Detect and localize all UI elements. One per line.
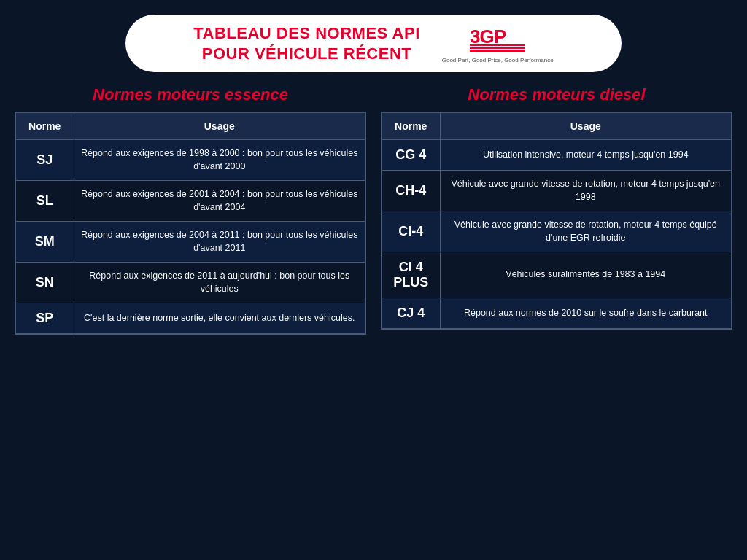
usage-cell: Répond aux exigences de 2004 à 2011 : bo… (74, 222, 365, 262)
essence-col-usage: Usage (74, 112, 365, 140)
essence-table: Norme Usage SJ Répond aux exigences de 1… (15, 112, 366, 335)
norme-cell: SN (15, 262, 74, 303)
diesel-section-title: Normes moteurs diesel (381, 85, 732, 104)
logo-3gp-text: 3GP EUROPE (468, 24, 527, 57)
norme-cell: CI-4 (382, 211, 440, 252)
table-row: CG 4 Utilisation intensive, moteur 4 tem… (382, 140, 732, 171)
usage-cell: Répond aux exigences de 1998 à 2000 : bo… (74, 140, 365, 181)
usage-cell: Utilisation intensive, moteur 4 temps ju… (440, 140, 732, 171)
header-title: TABLEAU DES NORMES API POUR VÉHICULE RÉC… (193, 23, 419, 63)
logo-tagline: Good Part, Good Price, Good Performance (442, 57, 554, 63)
usage-cell: Véhicule avec grande vitesse de rotation… (440, 211, 732, 252)
table-row: CI-4 Véhicule avec grande vitesse de rot… (382, 211, 732, 252)
essence-col-norme: Norme (15, 112, 74, 140)
tables-container: Normes moteurs essence Norme Usage SJ Ré… (15, 85, 732, 335)
table-row: CI 4 PLUS Véhicules suralimentés de 1983… (382, 252, 732, 298)
table-row: CH-4 Véhicule avec grande vitesse de rot… (382, 171, 732, 211)
logo: 3GP EUROPE Good Part, Good Price, Good P… (442, 24, 554, 63)
diesel-table: Norme Usage CG 4 Utilisation intensive, … (381, 112, 732, 330)
title-line2: POUR VÉHICULE RÉCENT (202, 44, 411, 63)
title-line1: TABLEAU DES NORMES API (193, 24, 419, 42)
svg-text:EUROPE: EUROPE (477, 51, 518, 52)
usage-cell: C'est la dernière norme sortie, elle con… (74, 303, 365, 335)
norme-cell: CI 4 PLUS (382, 252, 440, 298)
norme-cell: CG 4 (382, 140, 440, 171)
logo-svg: 3GP EUROPE (468, 24, 527, 52)
norme-cell: SL (15, 181, 74, 222)
diesel-section: Normes moteurs diesel Norme Usage CG 4 U… (381, 85, 732, 335)
table-row: SM Répond aux exigences de 2004 à 2011 :… (15, 222, 365, 262)
table-row: CJ 4 Répond aux normes de 2010 sur le so… (382, 298, 732, 330)
usage-cell: Véhicule avec grande vitesse de rotation… (440, 171, 732, 211)
table-row: SN Répond aux exigences de 2011 à aujour… (15, 262, 365, 303)
logo-mark: 3GP EUROPE (468, 24, 527, 57)
norme-cell: CH-4 (382, 171, 440, 211)
usage-cell: Répond aux exigences de 2001 à 2004 : bo… (74, 181, 365, 222)
usage-cell: Répond aux normes de 2010 sur le soufre … (440, 298, 732, 330)
table-row: SJ Répond aux exigences de 1998 à 2000 :… (15, 140, 365, 181)
diesel-col-norme: Norme (382, 112, 440, 140)
table-row: SP C'est la dernière norme sortie, elle … (15, 303, 365, 335)
page-header: TABLEAU DES NORMES API POUR VÉHICULE RÉC… (125, 15, 622, 72)
svg-text:3GP: 3GP (470, 26, 506, 47)
usage-cell: Répond aux exigences de 2011 à aujourd'h… (74, 262, 365, 303)
norme-cell: CJ 4 (382, 298, 440, 330)
norme-cell: SM (15, 222, 74, 262)
diesel-col-usage: Usage (440, 112, 732, 140)
norme-cell: SJ (15, 140, 74, 181)
norme-cell: SP (15, 303, 74, 335)
usage-cell: Véhicules suralimentés de 1983 à 1994 (440, 252, 732, 298)
essence-section: Normes moteurs essence Norme Usage SJ Ré… (15, 85, 366, 335)
table-row: SL Répond aux exigences de 2001 à 2004 :… (15, 181, 365, 222)
essence-section-title: Normes moteurs essence (15, 85, 366, 104)
